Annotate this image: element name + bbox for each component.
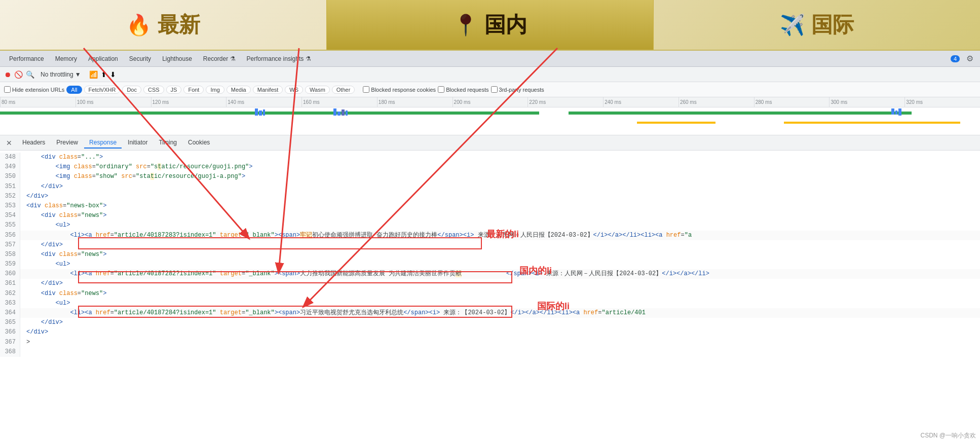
devtools-bar-right: 4 ⚙ [951,53,976,65]
tab-recorder[interactable]: Recorder ⚗ [198,53,241,64]
blocked-cookies-input[interactable] [363,86,369,93]
code-line-360: 360 <li><a href="article/40187282?isinde… [0,269,980,279]
ruler-mark-9: 260 ms [679,97,754,107]
filter-ws[interactable]: WS [285,86,303,94]
network-bar-green-2 [569,112,912,115]
filter-img[interactable]: Img [206,86,224,94]
ruler-mark-2: 120 ms [151,97,227,107]
hide-extension-label: Hide extension URLs [12,87,64,93]
code-line-358: 358 <div class="news"> [0,250,980,260]
filter-js[interactable]: JS [166,86,182,94]
network-bar-yellow-2 [784,122,960,124]
tab-initiator[interactable]: Initiator [123,137,153,149]
tab-headers[interactable]: Headers [17,137,50,149]
hide-extension-input[interactable] [4,86,11,93]
code-line-357: 357 </div> [0,240,980,250]
blue-marks [255,108,265,116]
code-line-351: 351 </div> [0,182,980,192]
ruler-mark-8: 240 ms [603,97,679,107]
location-icon: 📍 [453,13,478,37]
blocked-requests-label: Blocked requests [446,87,488,93]
network-toolbar: ⏺ 🚫 🔍 No throttling ▼ 📶 ⬆ ⬇ [0,67,980,82]
upload-icon[interactable]: ⬆ [101,70,107,79]
filter-media[interactable]: Media [227,86,251,94]
zuixin-section[interactable]: 🔥 最新 [0,0,326,50]
tab-response[interactable]: Response [84,137,122,149]
timeline-bars [0,107,980,135]
code-line-353: 353 <div class="news-box"> [0,201,980,211]
code-line-365: 365 </div> [0,318,980,327]
third-party-input[interactable] [491,86,498,93]
filter-icon[interactable]: 🔍 [26,70,34,79]
code-line-354: 354 <div class="news"> [0,211,980,220]
code-line-363: 363 <ul> [0,299,980,308]
filter-all[interactable]: All [66,86,82,94]
filter-font[interactable]: Font [183,86,204,94]
tab-timing[interactable]: Timing [154,137,182,149]
throttle-dropdown-icon: ▼ [75,71,81,78]
blocked-requests-input[interactable] [438,86,444,93]
tab-lighthouse[interactable]: Lighthouse [157,53,197,64]
zuixin-label: 最新 [158,11,200,39]
code-line-350: 350 <img class="show" src="static/resour… [0,172,980,181]
ruler-mark-0: 80 ms [0,97,76,107]
wifi-icon: 📶 [89,70,98,79]
filter-wasm[interactable]: Wasm [305,86,330,94]
code-line-361: 361 </div> [0,279,980,288]
timeline-area[interactable]: 80 ms 100 ms 120 ms 140 ms 160 ms 180 ms… [0,97,980,135]
tab-cookies-panel[interactable]: Cookies [183,137,215,149]
blocked-cookies-label: Blocked response cookies [371,87,436,93]
code-line-367: 367 > [0,338,980,347]
tab-application[interactable]: Application [83,53,123,64]
fire-icon: 🔥 [126,13,152,37]
ruler-mark-5: 180 ms [377,97,453,107]
code-line-348: 348 <div class="..."> [0,153,980,162]
tab-preview[interactable]: Preview [51,137,83,149]
tab-security[interactable]: Security [124,53,156,64]
tab-memory[interactable]: Memory [50,53,82,64]
hide-extension-checkbox[interactable]: Hide extension URLs [4,86,64,93]
ruler-mark-7: 220 ms [527,97,603,107]
code-line-366: 366 </div> [0,327,980,337]
code-area[interactable]: 348 <div class="..."> 349 <img class="or… [0,151,980,442]
download-icon[interactable]: ⬇ [110,70,116,79]
message-badge: 4 [951,55,960,62]
tab-perf-insights[interactable]: Performance insights ⚗ [242,53,316,64]
response-panel: ✕ Headers Preview Response Initiator Tim… [0,135,980,442]
timeline-ruler: 80 ms 100 ms 120 ms 140 ms 160 ms 180 ms… [0,97,980,107]
site-header: 🔥 最新 📍 国内 ✈️ 国际 [0,0,980,51]
stop-recording-icon[interactable]: ⏺ [4,70,11,79]
ruler-mark-6: 200 ms [453,97,528,107]
ruler-mark-12: 320 ms [904,97,980,107]
clear-icon[interactable]: 🚫 [14,70,23,79]
network-bar-green-1 [0,112,539,115]
throttle-control[interactable]: No throttling ▼ [37,70,84,79]
filter-other[interactable]: Other [332,86,355,94]
response-tabs: ✕ Headers Preview Response Initiator Tim… [0,135,980,151]
throttle-label: No throttling [41,71,73,78]
code-line-355: 355 <ul> [0,220,980,230]
settings-icon[interactable]: ⚙ [964,53,976,65]
ruler-mark-1: 100 ms [76,97,151,107]
third-party-checkbox[interactable]: 3rd-party requests [491,86,544,93]
filter-doc[interactable]: Doc [122,86,141,94]
guoji-label: 国际 [811,11,854,39]
guonei-label: 国内 [484,11,527,39]
csdn-watermark: CSDN @一响小贪欢 [920,431,976,440]
ruler-mark-11: 300 ms [829,97,904,107]
filter-manifest[interactable]: Manifest [253,86,283,94]
tab-performance[interactable]: Performance [4,53,49,64]
filter-css[interactable]: CSS [143,86,164,94]
guoji-section[interactable]: ✈️ 国际 [654,0,980,50]
filter-fetch-xhr[interactable]: Fetch/XHR [84,86,121,94]
guonei-section[interactable]: 📍 国内 [326,0,654,50]
close-panel-icon[interactable]: ✕ [4,138,14,148]
code-line-352: 352 </div> [0,192,980,201]
ruler-mark-10: 280 ms [754,97,830,107]
code-line-359: 359 <ul> [0,260,980,269]
blocked-requests-checkbox[interactable]: Blocked requests [438,86,488,93]
blocked-cookies-checkbox[interactable]: Blocked response cookies [363,86,436,93]
code-line-356: 356 <li><a href="article/40187283?isinde… [0,231,980,240]
code-line-362: 362 <div class="news"> [0,289,980,299]
ruler-mark-3: 140 ms [226,97,301,107]
